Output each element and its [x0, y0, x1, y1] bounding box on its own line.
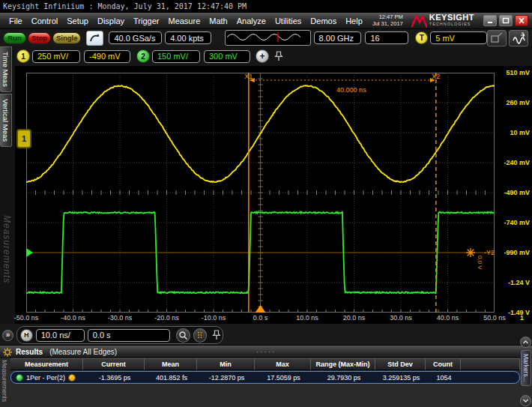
clock-date: Jul 31, 2017 — [372, 21, 403, 28]
results-column-headers: MeasurementCurrentMeanMinMaxRange (Max-M… — [10, 358, 520, 370]
y-axis-label: -240 mV — [492, 159, 530, 166]
channel-1-badge[interactable]: 1 — [16, 49, 30, 63]
close-button[interactable] — [515, 15, 528, 26]
trigger-badge[interactable]: T — [415, 31, 428, 44]
channel-1-scale-field[interactable]: 250 mV/ — [32, 50, 80, 63]
column-header[interactable]: Count — [426, 358, 461, 370]
results-header[interactable]: Results (Measure All Edges) ····· — [0, 346, 532, 358]
results-panel: Results (Measure All Edges) ····· Measur… — [0, 345, 532, 407]
sidebar-tab-time-meas[interactable]: Time Meas — [0, 46, 12, 92]
menu-file[interactable]: File — [4, 15, 27, 27]
y-axis-label: -740 mV — [492, 219, 530, 226]
menu-help[interactable]: Help — [341, 15, 367, 27]
scroll-down-button[interactable] — [520, 395, 531, 406]
chevron-up-icon — [522, 339, 529, 346]
timebase-scale-field[interactable]: 10.0 ns/ — [36, 329, 85, 342]
channel-2-source-icon — [16, 374, 23, 382]
menu-display[interactable]: Display — [93, 15, 129, 27]
measurements-dock-tab[interactable]: Measurements — [1, 360, 8, 406]
timebase-toolbar: H 10.0 ns/ 0.0 s — [16, 326, 223, 344]
sidebar-tab-vertical-meas[interactable]: Vertical Meas — [0, 94, 12, 147]
minimize-button[interactable] — [483, 15, 497, 26]
run-button[interactable]: Run — [3, 32, 26, 44]
menu-measure[interactable]: Measure — [163, 15, 205, 27]
restore-button[interactable] — [499, 15, 513, 26]
trigger-level-field[interactable]: 5 mV — [430, 31, 487, 44]
menu-math[interactable]: Math — [205, 15, 232, 27]
channel-1-reference-marker[interactable]: 1 — [16, 129, 31, 148]
drag-handle[interactable]: ····· — [256, 348, 276, 356]
single-button[interactable]: Single — [52, 32, 81, 44]
pin-button[interactable] — [273, 49, 285, 63]
x-axis-label: -50.0 ns — [14, 314, 39, 322]
menu-demos[interactable]: Demos — [306, 15, 341, 27]
brand-subname: TECHNOLOGIES — [429, 21, 474, 28]
x-axis-label: 20.0 ns — [343, 314, 366, 322]
y-axis-label: 260 mV — [492, 99, 530, 106]
close-icon — [518, 17, 525, 24]
menu-control[interactable]: Control — [27, 15, 62, 27]
column-header[interactable]: Min — [197, 358, 255, 370]
results-row[interactable]: 1Per - Per(2)-1.3695 ps401.852 fs-12.287… — [10, 371, 520, 384]
menu-utilities[interactable]: Utilities — [270, 15, 306, 27]
menu-setup[interactable]: Setup — [62, 15, 93, 27]
measurement-value: 17.5059 ps — [256, 372, 312, 383]
window-buttons — [483, 15, 532, 26]
column-header[interactable]: Mean — [145, 358, 197, 370]
column-header[interactable]: Std Dev — [375, 358, 426, 370]
bandwidth-field[interactable]: 8.00 GHz — [314, 31, 362, 44]
horizontal-badge[interactable]: H — [20, 329, 33, 342]
clock: 12:47 PM Jul 31, 2017 — [372, 14, 411, 27]
x-axis-label: -10.0 ns — [202, 314, 226, 322]
box-zoom-button[interactable] — [487, 30, 507, 46]
keysight-spark-icon — [411, 14, 427, 28]
x-axis-label: 10.0 ns — [296, 314, 318, 322]
markers-dotted-icon — [195, 331, 205, 340]
pin-icon — [212, 330, 221, 341]
bits-field[interactable]: 16 — [365, 31, 408, 44]
timebase-position-field[interactable]: 0.0 s — [88, 329, 170, 342]
memory-depth-field[interactable]: 4.00 kpts — [165, 31, 211, 44]
measurement-value: 29.7930 ps — [312, 372, 376, 383]
stop-button[interactable]: Stop — [28, 32, 51, 44]
measurements-watermark: Measurements — [1, 215, 12, 283]
column-header[interactable]: Measurement — [10, 358, 83, 370]
magnifier-icon — [178, 331, 188, 340]
box-zoom-icon — [490, 32, 504, 43]
column-header[interactable]: Current — [83, 358, 145, 370]
trigger-position-icon[interactable] — [256, 305, 266, 313]
column-header[interactable]: Range (Max-Min) — [311, 358, 375, 370]
column-header[interactable]: Max — [255, 358, 311, 370]
column-header — [461, 358, 520, 370]
gear-icon[interactable] — [2, 347, 13, 358]
x-axis-label: -30.0 ns — [108, 314, 133, 322]
menu-analyze[interactable]: Analyze — [232, 15, 270, 27]
dock-tab-strip: Markers... — [520, 337, 532, 407]
zoom-button[interactable] — [176, 328, 190, 343]
results-title: Results — [16, 348, 43, 356]
add-waveform-button[interactable]: + — [256, 49, 269, 63]
acquisition-toolbar: Run Stop Single 40.0 GSa/s 4.00 kpts 8.0… — [0, 29, 532, 46]
preview-waveform-icon — [226, 31, 309, 43]
y-axis-label: -1.24 V — [492, 279, 530, 286]
waveform-zoom-button[interactable] — [509, 30, 528, 46]
sample-rate-field[interactable]: 40.0 GSa/s — [109, 31, 162, 44]
channel-2-offset-field[interactable]: 300 mV — [204, 50, 250, 63]
x-axis-label: -20.0 ns — [154, 314, 179, 322]
measurement-value: -12.2870 ps — [198, 372, 256, 383]
channel-2-ground-icon[interactable] — [26, 248, 33, 257]
markers-button[interactable] — [193, 328, 208, 343]
channel-2-scale-field[interactable]: 150 mV/ — [152, 50, 200, 63]
channel-2-badge[interactable]: 2 — [136, 49, 150, 63]
touch-mode-button[interactable] — [86, 31, 103, 46]
pin-button[interactable] — [211, 328, 223, 342]
markers-dock-tab[interactable]: Markers... — [521, 350, 531, 386]
channel-1-offset-field[interactable]: -490 mV — [84, 50, 130, 63]
menu-trigger[interactable]: Trigger — [129, 15, 163, 27]
oscilloscope-screen: Keysight Infiniium : Monday, July 31, 20… — [0, 0, 532, 407]
sidebar-tabs: Time MeasVertical Meas — [0, 46, 15, 147]
menu-bar: FileControlSetupDisplayTriggerMeasureMat… — [0, 13, 532, 29]
measurement-value — [462, 372, 519, 383]
expand-panel-button[interactable]: » — [2, 330, 13, 341]
scroll-up-button[interactable] — [520, 337, 531, 348]
